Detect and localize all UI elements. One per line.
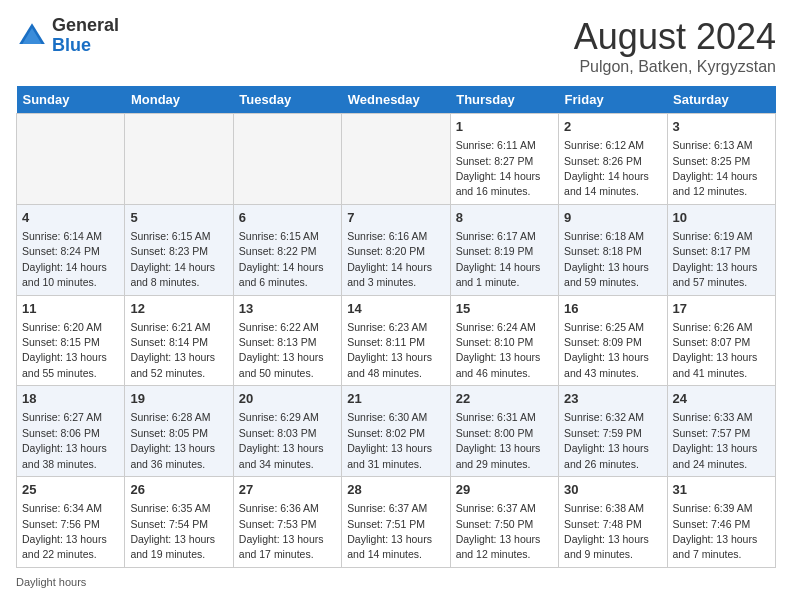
calendar-week-row: 4Sunrise: 6:14 AM Sunset: 8:24 PM Daylig…	[17, 204, 776, 295]
day-number: 2	[564, 118, 661, 136]
calendar-day-cell: 28Sunrise: 6:37 AM Sunset: 7:51 PM Dayli…	[342, 477, 450, 568]
day-info: Sunrise: 6:16 AM Sunset: 8:20 PM Dayligh…	[347, 230, 432, 288]
day-number: 5	[130, 209, 227, 227]
calendar-day-cell: 10Sunrise: 6:19 AM Sunset: 8:17 PM Dayli…	[667, 204, 775, 295]
day-number: 10	[673, 209, 770, 227]
day-number: 29	[456, 481, 553, 499]
weekday-header-cell: Saturday	[667, 86, 775, 114]
day-number: 22	[456, 390, 553, 408]
day-number: 23	[564, 390, 661, 408]
calendar-day-cell	[233, 114, 341, 205]
day-info: Sunrise: 6:20 AM Sunset: 8:15 PM Dayligh…	[22, 321, 107, 379]
day-info: Sunrise: 6:15 AM Sunset: 8:23 PM Dayligh…	[130, 230, 215, 288]
calendar-day-cell	[17, 114, 125, 205]
calendar-body: 1Sunrise: 6:11 AM Sunset: 8:27 PM Daylig…	[17, 114, 776, 568]
day-number: 21	[347, 390, 444, 408]
calendar-week-row: 18Sunrise: 6:27 AM Sunset: 8:06 PM Dayli…	[17, 386, 776, 477]
day-number: 11	[22, 300, 119, 318]
calendar-day-cell: 4Sunrise: 6:14 AM Sunset: 8:24 PM Daylig…	[17, 204, 125, 295]
day-info: Sunrise: 6:14 AM Sunset: 8:24 PM Dayligh…	[22, 230, 107, 288]
day-number: 26	[130, 481, 227, 499]
day-number: 9	[564, 209, 661, 227]
calendar-day-cell: 22Sunrise: 6:31 AM Sunset: 8:00 PM Dayli…	[450, 386, 558, 477]
calendar-day-cell: 30Sunrise: 6:38 AM Sunset: 7:48 PM Dayli…	[559, 477, 667, 568]
calendar-day-cell: 31Sunrise: 6:39 AM Sunset: 7:46 PM Dayli…	[667, 477, 775, 568]
calendar-day-cell: 26Sunrise: 6:35 AM Sunset: 7:54 PM Dayli…	[125, 477, 233, 568]
calendar-day-cell	[125, 114, 233, 205]
calendar-day-cell: 24Sunrise: 6:33 AM Sunset: 7:57 PM Dayli…	[667, 386, 775, 477]
day-info: Sunrise: 6:12 AM Sunset: 8:26 PM Dayligh…	[564, 139, 649, 197]
calendar-day-cell: 11Sunrise: 6:20 AM Sunset: 8:15 PM Dayli…	[17, 295, 125, 386]
weekday-header-cell: Friday	[559, 86, 667, 114]
day-info: Sunrise: 6:30 AM Sunset: 8:02 PM Dayligh…	[347, 411, 432, 469]
calendar-day-cell: 17Sunrise: 6:26 AM Sunset: 8:07 PM Dayli…	[667, 295, 775, 386]
day-number: 28	[347, 481, 444, 499]
page-header: General Blue August 2024 Pulgon, Batken,…	[16, 16, 776, 76]
calendar-day-cell: 1Sunrise: 6:11 AM Sunset: 8:27 PM Daylig…	[450, 114, 558, 205]
calendar-day-cell: 21Sunrise: 6:30 AM Sunset: 8:02 PM Dayli…	[342, 386, 450, 477]
day-number: 31	[673, 481, 770, 499]
weekday-header-cell: Thursday	[450, 86, 558, 114]
calendar-week-row: 1Sunrise: 6:11 AM Sunset: 8:27 PM Daylig…	[17, 114, 776, 205]
calendar-day-cell: 15Sunrise: 6:24 AM Sunset: 8:10 PM Dayli…	[450, 295, 558, 386]
day-number: 1	[456, 118, 553, 136]
day-info: Sunrise: 6:28 AM Sunset: 8:05 PM Dayligh…	[130, 411, 215, 469]
footer: Daylight hours	[16, 576, 776, 588]
day-info: Sunrise: 6:37 AM Sunset: 7:50 PM Dayligh…	[456, 502, 541, 560]
day-info: Sunrise: 6:17 AM Sunset: 8:19 PM Dayligh…	[456, 230, 541, 288]
day-number: 17	[673, 300, 770, 318]
day-info: Sunrise: 6:32 AM Sunset: 7:59 PM Dayligh…	[564, 411, 649, 469]
logo-text: General Blue	[52, 16, 119, 56]
logo-icon	[16, 20, 48, 52]
calendar-day-cell: 13Sunrise: 6:22 AM Sunset: 8:13 PM Dayli…	[233, 295, 341, 386]
day-number: 8	[456, 209, 553, 227]
day-number: 12	[130, 300, 227, 318]
calendar-day-cell: 14Sunrise: 6:23 AM Sunset: 8:11 PM Dayli…	[342, 295, 450, 386]
day-info: Sunrise: 6:36 AM Sunset: 7:53 PM Dayligh…	[239, 502, 324, 560]
calendar-week-row: 25Sunrise: 6:34 AM Sunset: 7:56 PM Dayli…	[17, 477, 776, 568]
day-number: 20	[239, 390, 336, 408]
day-info: Sunrise: 6:25 AM Sunset: 8:09 PM Dayligh…	[564, 321, 649, 379]
calendar-day-cell: 8Sunrise: 6:17 AM Sunset: 8:19 PM Daylig…	[450, 204, 558, 295]
calendar-day-cell: 9Sunrise: 6:18 AM Sunset: 8:18 PM Daylig…	[559, 204, 667, 295]
month-year: August 2024	[574, 16, 776, 58]
day-number: 14	[347, 300, 444, 318]
day-info: Sunrise: 6:27 AM Sunset: 8:06 PM Dayligh…	[22, 411, 107, 469]
calendar-table: SundayMondayTuesdayWednesdayThursdayFrid…	[16, 86, 776, 568]
day-number: 16	[564, 300, 661, 318]
day-info: Sunrise: 6:29 AM Sunset: 8:03 PM Dayligh…	[239, 411, 324, 469]
logo: General Blue	[16, 16, 119, 56]
day-info: Sunrise: 6:21 AM Sunset: 8:14 PM Dayligh…	[130, 321, 215, 379]
calendar-day-cell: 7Sunrise: 6:16 AM Sunset: 8:20 PM Daylig…	[342, 204, 450, 295]
day-info: Sunrise: 6:24 AM Sunset: 8:10 PM Dayligh…	[456, 321, 541, 379]
day-info: Sunrise: 6:35 AM Sunset: 7:54 PM Dayligh…	[130, 502, 215, 560]
weekday-header-cell: Monday	[125, 86, 233, 114]
calendar-day-cell: 29Sunrise: 6:37 AM Sunset: 7:50 PM Dayli…	[450, 477, 558, 568]
day-info: Sunrise: 6:38 AM Sunset: 7:48 PM Dayligh…	[564, 502, 649, 560]
calendar-day-cell: 18Sunrise: 6:27 AM Sunset: 8:06 PM Dayli…	[17, 386, 125, 477]
weekday-header-row: SundayMondayTuesdayWednesdayThursdayFrid…	[17, 86, 776, 114]
day-number: 25	[22, 481, 119, 499]
day-info: Sunrise: 6:23 AM Sunset: 8:11 PM Dayligh…	[347, 321, 432, 379]
day-info: Sunrise: 6:19 AM Sunset: 8:17 PM Dayligh…	[673, 230, 758, 288]
calendar-day-cell: 6Sunrise: 6:15 AM Sunset: 8:22 PM Daylig…	[233, 204, 341, 295]
calendar-day-cell: 27Sunrise: 6:36 AM Sunset: 7:53 PM Dayli…	[233, 477, 341, 568]
calendar-day-cell: 2Sunrise: 6:12 AM Sunset: 8:26 PM Daylig…	[559, 114, 667, 205]
calendar-day-cell: 19Sunrise: 6:28 AM Sunset: 8:05 PM Dayli…	[125, 386, 233, 477]
daylight-label: Daylight hours	[16, 576, 86, 588]
title-block: August 2024 Pulgon, Batken, Kyrgyzstan	[574, 16, 776, 76]
day-info: Sunrise: 6:26 AM Sunset: 8:07 PM Dayligh…	[673, 321, 758, 379]
weekday-header-cell: Wednesday	[342, 86, 450, 114]
day-info: Sunrise: 6:31 AM Sunset: 8:00 PM Dayligh…	[456, 411, 541, 469]
day-number: 15	[456, 300, 553, 318]
day-number: 27	[239, 481, 336, 499]
day-number: 19	[130, 390, 227, 408]
day-number: 6	[239, 209, 336, 227]
day-number: 24	[673, 390, 770, 408]
calendar-week-row: 11Sunrise: 6:20 AM Sunset: 8:15 PM Dayli…	[17, 295, 776, 386]
day-number: 30	[564, 481, 661, 499]
day-info: Sunrise: 6:33 AM Sunset: 7:57 PM Dayligh…	[673, 411, 758, 469]
weekday-header-cell: Tuesday	[233, 86, 341, 114]
calendar-day-cell: 20Sunrise: 6:29 AM Sunset: 8:03 PM Dayli…	[233, 386, 341, 477]
day-info: Sunrise: 6:11 AM Sunset: 8:27 PM Dayligh…	[456, 139, 541, 197]
